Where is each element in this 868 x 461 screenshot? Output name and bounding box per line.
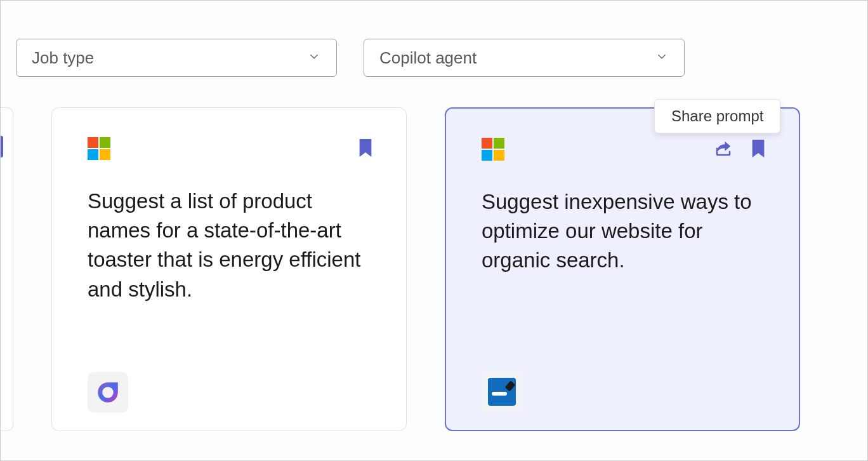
card-actions — [714, 138, 767, 162]
copilot-agent-label: Copilot agent — [379, 48, 477, 68]
prompt-card-active[interactable]: Suggest inexpensive ways to optimize our… — [445, 107, 800, 431]
bookmark-icon[interactable] — [749, 138, 767, 162]
cards-row: Suggest a list of product names for a st… — [13, 107, 855, 431]
card-header — [482, 138, 767, 162]
card-header — [88, 137, 374, 161]
whiteboard-icon — [488, 378, 516, 406]
copilot-agent-dropdown[interactable]: Copilot agent — [364, 39, 685, 77]
job-type-label: Job type — [32, 48, 94, 68]
previous-card-edge[interactable] — [0, 107, 13, 431]
app-badge[interactable] — [482, 371, 522, 412]
card-actions — [357, 137, 374, 161]
loop-icon — [95, 379, 121, 406]
card-footer — [88, 372, 374, 413]
tooltip-label: Share prompt — [671, 107, 763, 124]
microsoft-logo-icon — [88, 137, 110, 160]
job-type-dropdown[interactable]: Job type — [16, 39, 337, 77]
card-footer — [482, 371, 767, 412]
microsoft-logo-icon — [482, 138, 504, 161]
accent-stripe — [0, 136, 3, 157]
bookmark-icon[interactable] — [357, 137, 374, 161]
chevron-down-icon — [307, 48, 321, 68]
prompt-card[interactable]: Suggest a list of product names for a st… — [51, 107, 407, 431]
prompt-text: Suggest inexpensive ways to optimize our… — [482, 187, 767, 371]
share-prompt-tooltip: Share prompt — [654, 99, 780, 133]
chevron-down-icon — [655, 48, 669, 68]
prompt-text: Suggest a list of product names for a st… — [88, 187, 374, 372]
share-icon[interactable] — [714, 139, 733, 161]
filter-row: Job type Copilot agent — [16, 39, 855, 77]
app-badge[interactable] — [88, 372, 128, 413]
